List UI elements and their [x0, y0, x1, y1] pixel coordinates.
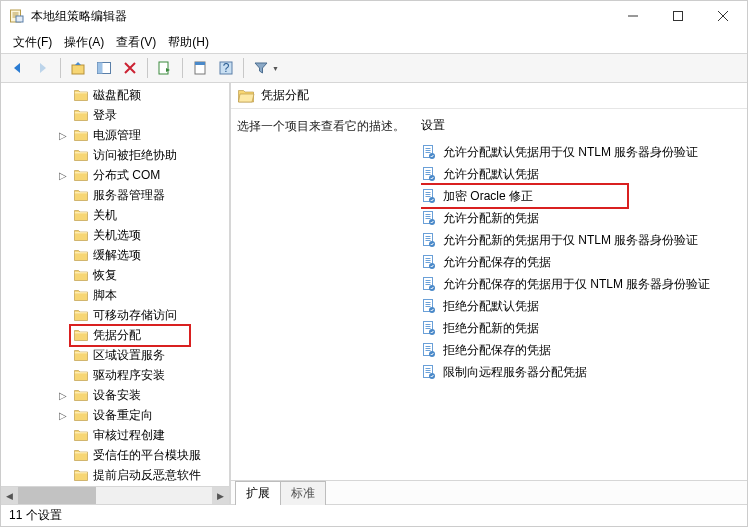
tree-item[interactable]: 服务器管理器	[1, 185, 229, 205]
tree-item[interactable]: 缓解选项	[1, 245, 229, 265]
back-button[interactable]	[5, 56, 29, 80]
folder-icon	[73, 387, 89, 403]
setting-label: 限制向远程服务器分配凭据	[443, 364, 587, 381]
menu-file[interactable]: 文件(F)	[9, 32, 56, 53]
tree-item-label: 设备安装	[93, 387, 141, 404]
export-button[interactable]	[153, 56, 177, 80]
setting-row[interactable]: 允许分配新的凭据用于仅 NTLM 服务器身份验证	[421, 229, 741, 251]
filter-dropdown-icon[interactable]: ▼	[272, 65, 279, 72]
tree-item[interactable]: ▷分布式 COM	[1, 165, 229, 185]
tree-item-label: 电源管理	[93, 127, 141, 144]
expand-icon[interactable]: ▷	[57, 170, 69, 181]
svg-rect-4	[673, 12, 682, 21]
tree-item-label: 分布式 COM	[93, 167, 160, 184]
tree-scroll[interactable]: 磁盘配额登录▷电源管理访问被拒绝协助▷分布式 COM服务器管理器关机关机选项缓解…	[1, 83, 229, 486]
detail-body: 选择一个项目来查看它的描述。 设置 允许分配默认凭据用于仅 NTLM 服务器身份…	[231, 109, 747, 480]
description-panel: 选择一个项目来查看它的描述。	[237, 117, 421, 480]
tree-item[interactable]: 恢复	[1, 265, 229, 285]
folder-icon	[73, 87, 89, 103]
tree-item[interactable]: 登录	[1, 105, 229, 125]
setting-row[interactable]: 允许分配默认凭据	[421, 163, 741, 185]
menu-action[interactable]: 操作(A)	[60, 32, 108, 53]
tree-item[interactable]: 区域设置服务	[1, 345, 229, 365]
tab-extended[interactable]: 扩展	[235, 481, 281, 505]
tree-item[interactable]: 关机	[1, 205, 229, 225]
setting-row[interactable]: 允许分配新的凭据	[421, 207, 741, 229]
policy-icon	[421, 166, 437, 182]
folder-icon	[73, 347, 89, 363]
setting-row[interactable]: 允许分配保存的凭据	[421, 251, 741, 273]
menu-view[interactable]: 查看(V)	[112, 32, 160, 53]
folder-icon	[73, 207, 89, 223]
show-hide-tree-button[interactable]	[92, 56, 116, 80]
folder-icon	[73, 107, 89, 123]
tree-item-label: 审核过程创建	[93, 427, 165, 444]
scroll-right-button[interactable]: ▶	[212, 487, 229, 504]
tree-item[interactable]: 访问被拒绝协助	[1, 145, 229, 165]
folder-icon	[73, 327, 89, 343]
setting-label: 拒绝分配保存的凭据	[443, 342, 551, 359]
expand-icon[interactable]: ▷	[57, 410, 69, 421]
tab-standard[interactable]: 标准	[280, 481, 326, 505]
tree-item[interactable]: ▷设备安装	[1, 385, 229, 405]
policy-icon	[421, 364, 437, 380]
policy-icon	[421, 298, 437, 314]
setting-row[interactable]: 拒绝分配新的凭据	[421, 317, 741, 339]
scroll-thumb[interactable]	[18, 487, 96, 504]
svg-rect-7	[98, 63, 103, 74]
tree-item[interactable]: 审核过程创建	[1, 425, 229, 445]
folder-icon	[73, 467, 89, 483]
menu-help[interactable]: 帮助(H)	[164, 32, 213, 53]
tree-item-label: 关机选项	[93, 227, 141, 244]
svg-text:?: ?	[223, 61, 230, 75]
setting-label: 允许分配保存的凭据用于仅 NTLM 服务器身份验证	[443, 276, 710, 293]
tree-item-label: 受信任的平台模块服	[93, 447, 201, 464]
minimize-button[interactable]	[610, 2, 655, 30]
scroll-track[interactable]	[18, 487, 212, 504]
help-button[interactable]: ?	[214, 56, 238, 80]
policy-icon	[421, 188, 437, 204]
setting-row[interactable]: 拒绝分配默认凭据	[421, 295, 741, 317]
detail-pane: 凭据分配 选择一个项目来查看它的描述。 设置 允许分配默认凭据用于仅 NTLM …	[231, 83, 747, 504]
filter-button[interactable]	[249, 56, 273, 80]
properties-button[interactable]	[188, 56, 212, 80]
setting-row[interactable]: 加密 Oracle 修正	[421, 185, 741, 207]
tree-item[interactable]: 受信任的平台模块服	[1, 445, 229, 465]
tree-item[interactable]: ▷设备重定向	[1, 405, 229, 425]
up-button[interactable]	[66, 56, 90, 80]
expand-icon[interactable]: ▷	[57, 390, 69, 401]
tree-item[interactable]: 脚本	[1, 285, 229, 305]
delete-button[interactable]	[118, 56, 142, 80]
setting-label: 允许分配保存的凭据	[443, 254, 551, 271]
statusbar: 11 个设置	[1, 504, 747, 526]
tree-item-label: 恢复	[93, 267, 117, 284]
tree-item[interactable]: ▷电源管理	[1, 125, 229, 145]
setting-row[interactable]: 限制向远程服务器分配凭据	[421, 361, 741, 383]
expand-icon[interactable]: ▷	[57, 130, 69, 141]
maximize-button[interactable]	[655, 2, 700, 30]
policy-icon	[421, 232, 437, 248]
setting-row[interactable]: 允许分配保存的凭据用于仅 NTLM 服务器身份验证	[421, 273, 741, 295]
tree-item[interactable]: 驱动程序安装	[1, 365, 229, 385]
tree-item[interactable]: 磁盘配额	[1, 85, 229, 105]
folder-icon	[73, 227, 89, 243]
status-count: 11 个设置	[9, 507, 62, 524]
close-button[interactable]	[700, 2, 745, 30]
column-header-setting[interactable]: 设置	[421, 117, 741, 137]
tree-item-label: 驱动程序安装	[93, 367, 165, 384]
tree-item[interactable]: 提前启动反恶意软件	[1, 465, 229, 485]
setting-row[interactable]: 允许分配默认凭据用于仅 NTLM 服务器身份验证	[421, 141, 741, 163]
policy-icon	[421, 320, 437, 336]
tree-horizontal-scrollbar[interactable]: ◀ ▶	[1, 486, 229, 504]
forward-button[interactable]	[31, 56, 55, 80]
toolbar-separator	[60, 58, 61, 78]
tree-item[interactable]: 凭据分配	[1, 325, 229, 345]
setting-row[interactable]: 拒绝分配保存的凭据	[421, 339, 741, 361]
tree-item[interactable]: 关机选项	[1, 225, 229, 245]
settings-list: 允许分配默认凭据用于仅 NTLM 服务器身份验证允许分配默认凭据加密 Oracl…	[421, 141, 741, 480]
setting-label: 拒绝分配默认凭据	[443, 298, 539, 315]
tree-item[interactable]: 可移动存储访问	[1, 305, 229, 325]
tree-item-label: 脚本	[93, 287, 117, 304]
scroll-left-button[interactable]: ◀	[1, 487, 18, 504]
folder-icon	[73, 147, 89, 163]
